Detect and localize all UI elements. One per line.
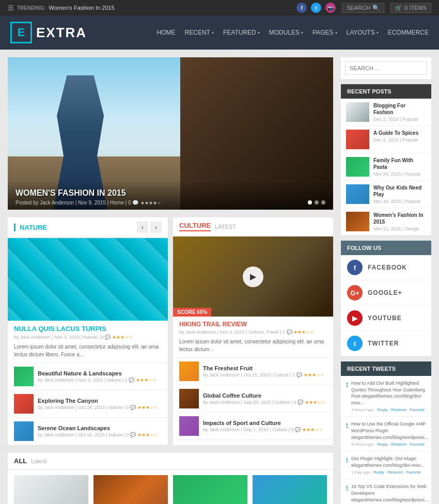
all-card-image-1 (14, 475, 88, 504)
nature-nav: ‹ › (137, 222, 162, 233)
facebook-follow-icon: f (347, 260, 363, 275)
list-item: Beautiful Nature & Landscapes by Jack An… (8, 363, 168, 390)
hero-dots (308, 200, 325, 204)
recent-post-title-4[interactable]: Why Our Kids Need Play (373, 184, 426, 198)
recent-thumb-3 (346, 157, 369, 177)
recent-post-title-5[interactable]: Women's Fashion In 2015 (373, 212, 426, 225)
nature-prev-button[interactable]: ‹ (137, 222, 148, 233)
main-nav: HOME RECENT ▾ FEATURED ▾ MODULES ▾ PAGES… (157, 29, 429, 36)
nature-list-title-2[interactable]: Exploring The Canyon (38, 398, 162, 404)
culture-list-meta-1: by Jack Anderson | Oct 15, 2015 | Cultur… (203, 372, 327, 377)
nature-list-thumb-1 (14, 367, 34, 386)
nav-recent[interactable]: RECENT ▾ (185, 29, 214, 36)
nature-list-title-3[interactable]: Serene Ocean Landscapes (38, 425, 162, 431)
hero-dot-2[interactable] (315, 200, 319, 204)
hero-title: WOMEN'S FASHION IN 2015 (15, 188, 325, 198)
tweet-actions-1[interactable]: Reply · Retweet · Favorite (377, 407, 425, 412)
all-label: Latest (31, 458, 46, 464)
facebook-follow-label: FACEBOOK (368, 264, 407, 271)
culture-list-thumb-3 (179, 416, 199, 436)
nature-img-pattern (8, 238, 168, 321)
nature-list-meta-2: by Jack Anderson | Oct 18, 2015 | Nature… (38, 405, 162, 410)
nav-pages[interactable]: PAGES ▾ (312, 29, 337, 36)
top-bar: ☰ TRENDING: Women's Fashion In 2015 f t … (0, 0, 439, 15)
nature-list-meta-3: by Jack Anderson | Oct 16, 2015 | Nature… (38, 432, 162, 437)
tweet-meta-2: 8 Hours ago · Reply · Retweet · Favorite (351, 442, 429, 447)
recent-post-info-5: Women's Fashion In 2015 Nov 11, 2015 | D… (373, 212, 426, 231)
nature-title: NATURE (14, 224, 47, 231)
nav-home[interactable]: HOME (157, 29, 176, 36)
tweet-item-3: t Divi Plugin Highlight: Divi Magic eleg… (341, 451, 431, 479)
sidebar: RECENT POSTS Blogging For Fashion Dec 2,… (341, 57, 431, 504)
tweet-content-1: How to Add Divi Built Highlighted Quotes… (351, 380, 426, 412)
culture-list-title-3[interactable]: Impacts of Sport and Culture (203, 420, 327, 426)
recent-thumb-4 (346, 184, 369, 204)
tweet-meta-3: 1 Day ago · Reply · Retweet · Favorite (351, 470, 426, 475)
hero-dot-3[interactable] (321, 200, 325, 204)
culture-title: CULTURE (179, 222, 211, 231)
facebook-top-icon[interactable]: f (296, 3, 307, 13)
nature-main-title[interactable]: NULLA QUIS LACUS TURPIS (14, 325, 162, 333)
recent-tweets-header: RECENT TWEETS (341, 361, 431, 376)
twitter-follow-item[interactable]: t TWITTER (341, 331, 431, 356)
googleplus-follow-item[interactable]: G+ GOOGLE+ (341, 280, 431, 306)
nature-list-title-1[interactable]: Beautiful Nature & Landscapes (38, 370, 162, 376)
logo[interactable]: E EXTRA (10, 22, 87, 43)
cart-icon: 🛒 (395, 5, 402, 11)
youtube-follow-item[interactable]: ▶ YOUTUBE (341, 306, 431, 331)
search-box (341, 57, 431, 79)
culture-video[interactable]: ▶ SCORE 60% (173, 237, 333, 317)
culture-list-title-2[interactable]: Global Coffee Culture (203, 392, 327, 399)
tweet-actions-2[interactable]: Reply · Retweet · Favorite (377, 442, 425, 447)
recent-dropdown-arrow: ▾ (212, 30, 214, 35)
recent-post-title-3[interactable]: Family Fun With Pasta (373, 157, 426, 170)
culture-list-info-1: The Freshest Fruit by Jack Anderson | Oc… (203, 365, 327, 377)
culture-list-thumb-1 (179, 361, 199, 381)
nature-main-excerpt: Lorem ipsum dolor sit amet, consectetur … (14, 343, 162, 358)
all-card-4: Why Our Kids Need Play Nov 18, 2015 (253, 475, 327, 504)
facebook-follow-item[interactable]: f FACEBOOK (341, 255, 431, 280)
instagram-top-icon[interactable]: 📷 (325, 3, 336, 13)
all-card-image-3 (173, 475, 247, 504)
recent-post-item: Family Fun With Pasta Nov 24, 2015 | Pop… (341, 153, 431, 181)
hero-stars: ★★★★☆ (140, 200, 161, 206)
recent-post-title-2[interactable]: A Guide To Spices (373, 130, 418, 136)
culture-section-header: CULTURE Latest (173, 217, 333, 237)
nav-layouts[interactable]: LAYOUTS ▾ (347, 29, 379, 36)
list-item: Impacts of Sport and Culture by Jack And… (173, 413, 333, 440)
nature-main-meta: by Jack Anderson | Nov 3, 2015 | Nature … (14, 335, 162, 340)
nature-column: NATURE ‹ › NULLA QUIS LACUS TURPIS by Ja… (8, 217, 168, 445)
hero-dot-1[interactable] (308, 200, 312, 204)
nature-list: Beautiful Nature & Landscapes by Jack An… (8, 363, 168, 445)
hero-meta-text: Posted by Jack Anderson | Nov 9, 2015 | … (15, 200, 138, 206)
cart-button[interactable]: 🛒 0 ITEMS (390, 3, 431, 13)
recent-post-item: Blogging For Fashion Dec 2, 2015 | Popul… (341, 99, 431, 126)
culture-list-title-1[interactable]: The Freshest Fruit (203, 365, 327, 371)
list-item: Exploring The Canyon by Jack Anderson | … (8, 390, 168, 418)
culture-main-meta: by Jack Anderson | Nov 3, 2015 | Culture… (179, 329, 327, 335)
recent-post-title-1[interactable]: Blogging For Fashion (373, 102, 426, 116)
tweet-actions-3[interactable]: Reply · Retweet · Favorite (373, 470, 421, 475)
nav-modules[interactable]: MODULES ▾ (269, 29, 303, 36)
header: E EXTRA HOME RECENT ▾ FEATURED ▾ MODULES… (0, 15, 439, 50)
play-button[interactable]: ▶ (243, 266, 263, 287)
nav-featured[interactable]: FEATURED ▾ (223, 29, 260, 36)
search-input[interactable] (345, 61, 427, 75)
hamburger-icon[interactable]: ☰ (8, 4, 14, 12)
nav-ecommerce[interactable]: ECOMMERCE (388, 29, 429, 36)
all-title: ALL (14, 457, 27, 465)
tweet-icon-1: t (346, 381, 348, 412)
nature-list-info-3: Serene Ocean Landscapes by Jack Anderson… (38, 425, 162, 437)
culture-main-title[interactable]: HIKING TRAIL REVIEW (179, 321, 327, 328)
recent-thumb-1 (346, 102, 369, 122)
youtube-follow-label: YOUTUBE (368, 314, 402, 322)
recent-post-meta-1: Dec 2, 2015 | Popular (373, 117, 426, 122)
culture-list: The Freshest Fruit by Jack Anderson | Oc… (173, 357, 333, 440)
tweet-item-1: t How to Add Divi Built Highlighted Quot… (341, 376, 431, 417)
tweet-meta-1: 4 Hours ago · Reply · Retweet · Favorite (351, 407, 426, 412)
nature-list-meta-1: by Jack Anderson | Nov 2, 2015 | Nature … (38, 377, 162, 383)
search-top-button[interactable]: SEARCH 🔍 (342, 3, 384, 13)
nature-next-button[interactable]: › (150, 222, 162, 233)
nature-main-meta-text: by Jack Anderson | Nov 3, 2015 | Nature … (14, 335, 111, 340)
twitter-top-icon[interactable]: t (311, 3, 321, 13)
